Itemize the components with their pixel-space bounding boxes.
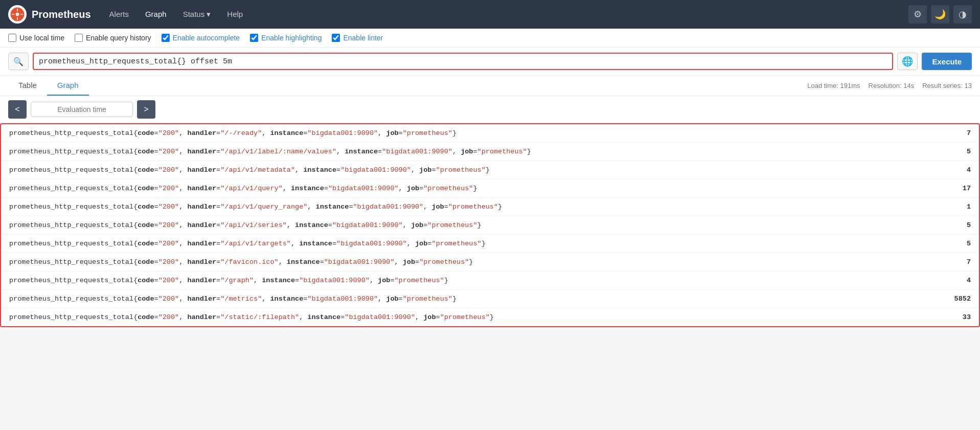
result-metric: prometheus_http_requests_total{code="200… [9, 277, 940, 284]
eval-time-input[interactable] [31, 102, 133, 117]
svg-rect-5 [20, 14, 24, 15]
enable-highlighting-text: Enable highlighting [261, 34, 322, 42]
table-row: prometheus_http_requests_total{code="200… [1, 179, 979, 198]
table-row: prometheus_http_requests_total{code="200… [1, 235, 979, 253]
table-row: prometheus_http_requests_total{code="200… [1, 124, 979, 143]
nav-status[interactable]: Status ▾ [177, 10, 217, 19]
result-value: 5 [940, 221, 971, 229]
tab-table[interactable]: Table [8, 76, 47, 96]
search-icon-btn[interactable]: 🔍 [8, 53, 29, 70]
eval-bar: < > [0, 96, 980, 123]
enable-linter-label[interactable]: Enable linter [332, 34, 383, 42]
enable-autocomplete-checkbox[interactable] [162, 34, 170, 42]
enable-linter-text: Enable linter [343, 34, 383, 42]
use-local-time-label[interactable]: Use local time [8, 34, 64, 42]
brand: Prometheus [8, 5, 91, 24]
svg-point-1 [16, 13, 19, 16]
result-value: 4 [940, 166, 971, 174]
enable-linter-checkbox[interactable] [332, 34, 340, 42]
svg-rect-3 [17, 17, 18, 20]
settings-icon-btn[interactable]: ⚙ [908, 5, 927, 24]
table-row: prometheus_http_requests_total{code="200… [1, 143, 979, 161]
use-local-time-checkbox[interactable] [8, 34, 16, 42]
table-row: prometheus_http_requests_total{code="200… [1, 216, 979, 235]
result-metric: prometheus_http_requests_total{code="200… [9, 166, 940, 174]
enable-autocomplete-text: Enable autocomplete [173, 34, 240, 42]
nav-help[interactable]: Help [221, 10, 249, 19]
results-wrapper: prometheus_http_requests_total{code="200… [0, 123, 980, 327]
nav-graph[interactable]: Graph [139, 10, 173, 19]
tabs: Table Graph [8, 76, 89, 96]
navbar: Prometheus Alerts Graph Status ▾ Help ⚙ … [0, 0, 980, 29]
result-value: 17 [940, 185, 971, 192]
result-metric: prometheus_http_requests_total{code="200… [9, 129, 940, 137]
use-local-time-text: Use local time [19, 34, 64, 42]
result-metric: prometheus_http_requests_total{code="200… [9, 148, 940, 155]
load-info: Load time: 191ms Resolution: 14s Result … [807, 82, 972, 89]
tabs-row: Table Graph Load time: 191ms Resolution:… [0, 76, 980, 96]
eval-next-button[interactable]: > [137, 100, 155, 119]
enable-autocomplete-label[interactable]: Enable autocomplete [162, 34, 240, 42]
result-value: 5 [940, 148, 971, 155]
table-row: prometheus_http_requests_total{code="200… [1, 161, 979, 179]
options-bar: Use local time Enable query history Enab… [0, 29, 980, 48]
result-metric: prometheus_http_requests_total{code="200… [9, 258, 940, 266]
prometheus-logo [8, 5, 27, 24]
result-value: 33 [940, 313, 971, 321]
moon-icon-btn[interactable]: 🌙 [931, 5, 949, 24]
result-metric: prometheus_http_requests_total{code="200… [9, 185, 940, 192]
query-input[interactable] [39, 57, 887, 66]
query-bar: 🔍 🌐 Execute [0, 48, 980, 76]
globe-icon-btn[interactable]: 🌐 [897, 53, 918, 70]
table-row: prometheus_http_requests_total{code="200… [1, 253, 979, 271]
result-metric: prometheus_http_requests_total{code="200… [9, 313, 940, 321]
table-row: prometheus_http_requests_total{code="200… [1, 271, 979, 290]
contrast-icon-btn[interactable]: ◑ [953, 5, 972, 24]
nav-alerts[interactable]: Alerts [103, 10, 135, 19]
eval-prev-button[interactable]: < [8, 100, 27, 119]
result-value: 4 [940, 277, 971, 284]
result-value: 7 [940, 258, 971, 266]
result-value: 5852 [940, 295, 971, 303]
nav-menu: Alerts Graph Status ▾ Help [103, 10, 249, 19]
result-value: 1 [940, 203, 971, 211]
enable-highlighting-label[interactable]: Enable highlighting [250, 34, 322, 42]
result-metric: prometheus_http_requests_total{code="200… [9, 295, 940, 303]
enable-highlighting-checkbox[interactable] [250, 34, 258, 42]
table-row: prometheus_http_requests_total{code="200… [1, 308, 979, 326]
result-series: Result series: 13 [922, 82, 972, 89]
svg-rect-4 [12, 14, 15, 15]
load-time: Load time: 191ms [807, 82, 860, 89]
result-value: 5 [940, 240, 971, 247]
result-metric: prometheus_http_requests_total{code="200… [9, 203, 940, 211]
navbar-right: ⚙ 🌙 ◑ [908, 5, 972, 24]
enable-query-history-text: Enable query history [86, 34, 151, 42]
query-input-wrapper [33, 53, 893, 70]
result-metric: prometheus_http_requests_total{code="200… [9, 221, 940, 229]
enable-query-history-checkbox[interactable] [75, 34, 83, 42]
result-value: 7 [940, 129, 971, 137]
brand-name: Prometheus [32, 9, 91, 20]
resolution: Resolution: 14s [869, 82, 915, 89]
tab-graph[interactable]: Graph [47, 76, 89, 96]
table-row: prometheus_http_requests_total{code="200… [1, 198, 979, 216]
result-metric: prometheus_http_requests_total{code="200… [9, 240, 940, 247]
svg-rect-2 [17, 9, 18, 12]
table-row: prometheus_http_requests_total{code="200… [1, 290, 979, 308]
enable-query-history-label[interactable]: Enable query history [75, 34, 151, 42]
execute-button[interactable]: Execute [922, 53, 972, 70]
